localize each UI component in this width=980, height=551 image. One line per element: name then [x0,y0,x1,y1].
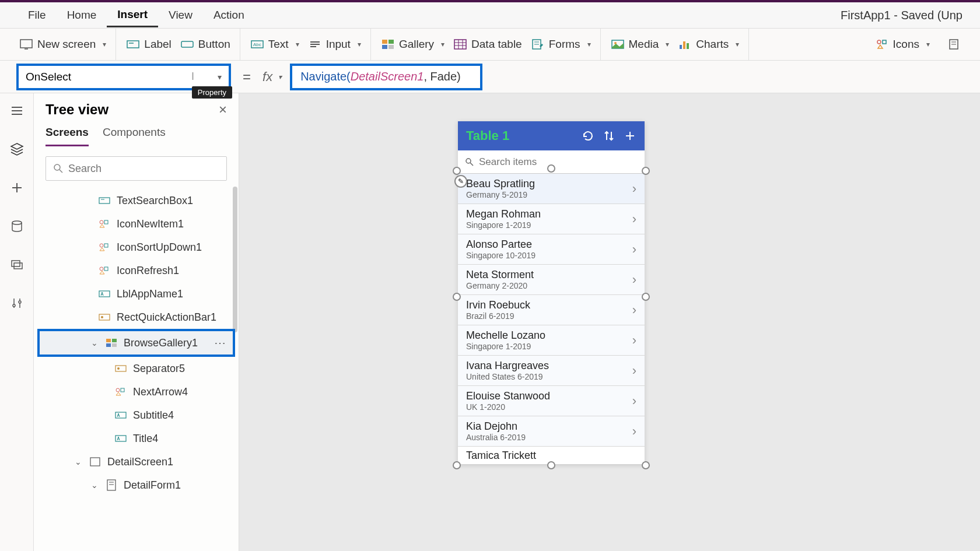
menu-insert[interactable]: Insert [107,3,158,27]
chevron-right-icon[interactable]: › [632,303,636,318]
gallery-button[interactable]: Gallery ▾ [382,38,444,51]
gallery-item[interactable]: Beau SpratlingGermany 5-2019› [458,174,645,204]
svg-rect-4 [181,41,193,47]
svg-point-60 [117,367,120,370]
tree-item-rectquickactionbar[interactable]: RectQuickActionBar1 [34,306,239,329]
svg-rect-47 [104,220,108,224]
more-options-button[interactable]: ⋯ [214,336,226,350]
icons-button[interactable]: Icons ▾ [876,38,930,51]
chevron-right-icon[interactable]: › [632,242,636,257]
tree-item-subtitle[interactable]: Subtitle4 [34,403,239,427]
hamburger-button[interactable] [5,99,29,122]
selection-handle[interactable] [642,293,650,301]
ribbon-toolbar: New screen ▾ Label Button Abc [0,28,980,61]
svg-rect-57 [106,343,111,347]
tree-item-browsegallery[interactable]: ⌄ BrowseGallery1 ⋯ [37,329,235,357]
tree-item-nextarrow[interactable]: NextArrow4 [34,380,239,403]
canvas[interactable]: Table 1 Beau SpratlingGermany 5-2019›Me [239,93,980,551]
tree-item-textsearchbox[interactable]: TextSearchBox1 [34,189,239,212]
tree-item-separator[interactable]: Separator5 [34,357,239,380]
gallery-item[interactable]: Alonso ParteeSingapore 10-2019› [458,234,645,265]
chevron-right-icon[interactable]: › [632,363,636,378]
chevron-down-icon[interactable]: ⌄ [91,480,99,490]
media-button[interactable]: Media ▾ [611,38,670,51]
tree-item-label: RectQuickActionBar1 [117,311,216,324]
gallery-item[interactable]: Ivana HargreavesUnited States 6-2019› [458,356,645,386]
label-button[interactable]: Label [127,38,172,51]
chevron-right-icon[interactable]: › [632,272,636,287]
chevron-down-icon[interactable]: ⌄ [75,457,83,466]
forms-button[interactable]: Forms ▾ [531,38,591,51]
tree-item-iconnewitem[interactable]: IconNewItem1 [34,212,239,236]
label-icon [98,289,111,299]
gallery-container[interactable]: Beau SpratlingGermany 5-2019›Megan Rohma… [458,174,645,464]
forms-label: Forms [549,38,580,51]
new-screen-button[interactable]: New screen ▾ [20,38,106,51]
tree-item-iconrefresh[interactable]: IconRefresh1 [34,259,239,282]
chevron-down-icon: ▾ [103,40,106,48]
gallery-item[interactable]: Kia DejohnAustralia 6-2019› [458,416,645,447]
gallery-item[interactable]: Mechelle LozanoSingapore 1-2019› [458,325,645,356]
button-button[interactable]: Button [181,38,230,51]
insert-button[interactable] [5,176,29,199]
phone-search-input[interactable] [479,156,638,168]
menu-action[interactable]: Action [203,4,255,26]
gallery-item-name: Ivana Hargreaves [466,360,632,372]
chevron-right-icon[interactable]: › [632,424,636,439]
gallery-item[interactable]: Elouise StanwoodUK 1-2020› [458,386,645,416]
chevron-down-icon: ▾ [358,40,361,48]
data-button[interactable] [5,215,29,238]
tree-search[interactable] [46,156,227,181]
refresh-icon[interactable] [582,129,594,142]
tree-item-detailscreen[interactable]: ⌄ DetailScreen1 [34,450,239,473]
selection-handle[interactable] [547,164,555,173]
selection-handle[interactable] [547,461,555,469]
selection-handle[interactable] [453,293,461,301]
svg-rect-13 [388,45,394,49]
ai-builder-icon[interactable] [947,38,960,51]
fx-button[interactable]: fx ▾ [262,69,282,85]
gallery-item[interactable]: Neta StormentGermany 2-2020› [458,265,645,295]
menu-home[interactable]: Home [57,4,107,26]
gallery-item[interactable]: Irvin RoebuckBrazil 6-2019› [458,295,645,325]
input-button[interactable]: Input ▾ [309,38,361,51]
chevron-right-icon[interactable]: › [632,333,636,348]
tree-item-lblappname[interactable]: LblAppName1 [34,282,239,306]
tree-item-detailform[interactable]: ⌄ DetailForm1 [34,473,239,497]
chevron-right-icon[interactable]: › [632,212,636,227]
svg-text:Abc: Abc [253,42,261,47]
chevron-right-icon[interactable]: › [632,181,636,196]
data-table-button[interactable]: Data table [454,38,522,51]
app-title: FirstApp1 - Saved (Unp [841,9,963,22]
text-button[interactable]: Abc Text ▾ [251,38,299,51]
selection-handle[interactable] [642,167,650,175]
tree-view-button[interactable] [5,138,29,161]
tree-search-input[interactable] [68,163,219,175]
charts-button[interactable]: Charts ▾ [678,38,739,51]
advanced-tools-button[interactable] [5,292,29,315]
add-icon[interactable] [624,129,636,142]
selection-handle[interactable] [453,461,461,469]
svg-point-42 [54,164,60,170]
gallery-item[interactable]: Megan RohmanSingapore 1-2019› [458,204,645,234]
media-rail-button[interactable] [5,253,29,276]
property-selector[interactable]: OnSelect I ▾ Property [16,64,231,90]
tab-components[interactable]: Components [103,126,166,146]
selection-handle[interactable] [453,167,461,175]
close-button[interactable]: × [219,101,227,118]
svg-rect-49 [104,244,108,247]
selection-handle[interactable] [642,461,650,469]
gallery-icon [382,38,394,51]
edit-badge-icon[interactable]: ✎ [454,175,467,188]
tree-item-iconsortudown[interactable]: IconSortUpDown1 [34,236,239,259]
menu-view[interactable]: View [158,4,203,26]
chevron-down-icon[interactable]: ⌄ [91,338,99,348]
tree-item-title[interactable]: Title4 [34,427,239,450]
menu-file[interactable]: File [18,4,57,26]
formula-input[interactable]: Navigate(DetailScreen1, Fade) [290,64,482,90]
sort-icon[interactable] [603,129,615,142]
scrollbar[interactable] [233,187,237,332]
tab-screens[interactable]: Screens [46,126,89,146]
gallery-item-name: Neta Storment [466,269,632,281]
chevron-right-icon[interactable]: › [632,394,636,409]
